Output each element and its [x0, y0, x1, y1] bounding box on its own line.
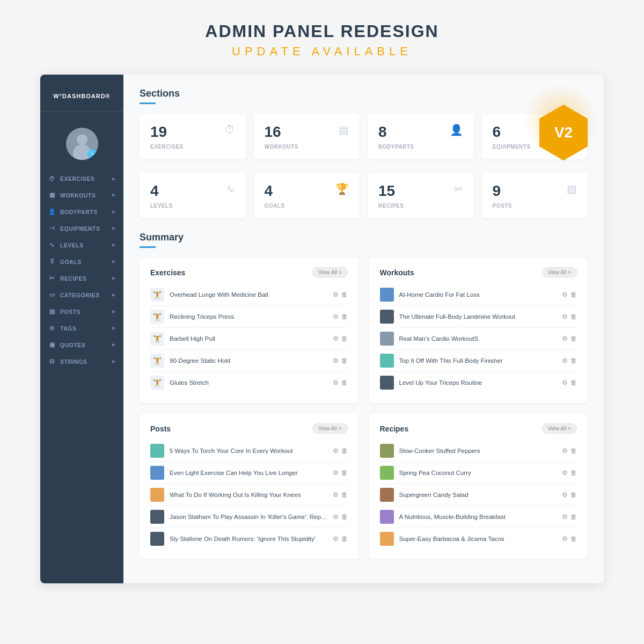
exercises-edit-icon-3[interactable]: ⚙ [333, 357, 339, 364]
recipes-item-actions-3: ⚙ 🗑 [562, 513, 577, 521]
workouts-delete-icon-4[interactable]: 🗑 [570, 379, 577, 386]
workouts-edit-icon-2[interactable]: ⚙ [562, 335, 568, 342]
sidebar-item-strings[interactable]: ⊟ STRINGS ▶ [40, 353, 123, 370]
posts-edit-icon-1[interactable]: ⚙ [333, 469, 339, 477]
exercises-thumb-0: 🏋 [150, 288, 164, 302]
workouts-delete-icon-1[interactable]: 🗑 [570, 313, 577, 320]
workouts-edit-icon-1[interactable]: ⚙ [562, 313, 568, 320]
workouts-edit-icon-0[interactable]: ⚙ [562, 291, 568, 298]
posts-view-all[interactable]: View All > [312, 423, 347, 434]
exercises-delete-icon-1[interactable]: 🗑 [341, 313, 348, 320]
recipes-edit-icon-3[interactable]: ⚙ [562, 513, 568, 521]
recipes-edit-icon-4[interactable]: ⚙ [562, 535, 568, 543]
recipes-delete-icon-1[interactable]: 🗑 [570, 469, 577, 477]
workouts-edit-icon-4[interactable]: ⚙ [562, 379, 568, 386]
exercises-view-all[interactable]: View All > [312, 267, 347, 277]
recipes-edit-icon-0[interactable]: ⚙ [562, 447, 568, 455]
recipes-delete-icon-0[interactable]: 🗑 [570, 447, 577, 455]
exercises-edit-icon-4[interactable]: ⚙ [333, 379, 339, 386]
recipes-delete-icon-3[interactable]: 🗑 [570, 513, 577, 521]
posts-thumb-0 [150, 444, 164, 458]
posts-edit-icon-2[interactable]: ⚙ [333, 491, 339, 499]
nav-label-tags: TAGS [60, 325, 76, 332]
exercises-delete-icon-4[interactable]: 🗑 [341, 379, 348, 386]
sidebar: W°DASHBOARD® + ⏱ EXERCISES ▶ ▦ WORKOUTS … [40, 75, 123, 583]
exercises-title: Exercises [150, 268, 185, 277]
workouts-thumb-2 [380, 332, 394, 346]
recipes-edit-icon-1[interactable]: ⚙ [562, 469, 568, 477]
recipes-item-1: Spring Pea Coconut Curry ⚙ 🗑 [380, 462, 577, 484]
sidebar-item-categories[interactable]: ▭ CATEGORIES ▶ [40, 287, 123, 303]
sidebar-item-levels[interactable]: ∿ LEVELS ▶ [40, 237, 123, 253]
workouts-item-2: Real Man's Cardio WorkoutS ⚙ 🗑 [380, 328, 577, 350]
posts-thumb-2 [150, 488, 164, 502]
posts-edit-icon-4[interactable]: ⚙ [333, 535, 339, 543]
exercises-delete-icon-0[interactable]: 🗑 [341, 291, 348, 298]
workouts-item-name-0: At-Home Cardio For Fat Loss [399, 291, 480, 298]
nav-label-posts: POSTS [60, 309, 80, 315]
sidebar-item-posts[interactable]: ▤ POSTS ▶ [40, 303, 123, 320]
exercises-edit-icon-1[interactable]: ⚙ [333, 313, 339, 320]
sidebar-item-quotes[interactable]: ▣ QUOTES ▶ [40, 336, 123, 353]
workouts-delete-icon-0[interactable]: 🗑 [570, 291, 577, 298]
summary-row-1: Exercises View All > 🏋 Overhead Lunge Wi… [140, 258, 588, 414]
nav-arrow-levels: ▶ [112, 243, 116, 247]
recipes-item-name-0: Slow-Cooker Stuffed Peppers [399, 448, 480, 454]
recipes-delete-icon-4[interactable]: 🗑 [570, 535, 577, 543]
posts-delete-icon-1[interactable]: 🗑 [341, 469, 348, 477]
nav-icon-goals: ⊽ [48, 258, 56, 265]
stats-row-2: 4 ∿ LEVELS 4 🏆 GOALS 15 ✂ RECIPES 9 ▤ PO… [140, 173, 588, 218]
exercises-item-1: 🏋 Reclining Triceps Press ⚙ 🗑 [150, 306, 348, 328]
workouts-item-actions-1: ⚙ 🗑 [562, 313, 577, 320]
nav-icon-categories: ▭ [48, 291, 56, 298]
sidebar-item-equipments[interactable]: ⊣ EQUIPMENTS ▶ [40, 220, 123, 237]
stat-number-workouts: 16 [265, 123, 281, 141]
exercises-delete-icon-3[interactable]: 🗑 [341, 357, 348, 364]
stats-row-1: 19 ⏱ EXERCISES 16 ▤ WORKOUTS 8 👤 BODYPAR… [140, 114, 588, 159]
workouts-edit-icon-3[interactable]: ⚙ [562, 357, 568, 364]
sidebar-item-bodyparts[interactable]: 👤 BODYPARTS ▶ [40, 203, 123, 220]
nav-arrow-tags: ▶ [112, 326, 116, 331]
workouts-delete-icon-3[interactable]: 🗑 [570, 357, 577, 364]
avatar-edit-icon[interactable]: + [87, 149, 97, 159]
exercises-item-actions-3: ⚙ 🗑 [333, 357, 348, 364]
posts-delete-icon-4[interactable]: 🗑 [341, 535, 348, 543]
posts-edit-icon-0[interactable]: ⚙ [333, 447, 339, 455]
exercises-header: Exercises View All > [150, 267, 348, 277]
posts-delete-icon-0[interactable]: 🗑 [341, 447, 348, 455]
posts-item-name-4: Sly Stallone On Death Rumors: 'Ignore Th… [170, 536, 316, 542]
sidebar-item-recipes[interactable]: ✂ RECIPES ▶ [40, 270, 123, 287]
exercises-thumb-4: 🏋 [150, 376, 164, 390]
recipes-item-actions-2: ⚙ 🗑 [562, 491, 577, 499]
workouts-delete-icon-2[interactable]: 🗑 [570, 335, 577, 342]
recipes-view-all[interactable]: View All > [542, 423, 577, 434]
nav-label-recipes: RECIPES [60, 275, 87, 282]
stat-label-recipes: RECIPES [378, 203, 463, 209]
nav-arrow-quotes: ▶ [112, 342, 116, 347]
recipes-delete-icon-2[interactable]: 🗑 [570, 491, 577, 499]
posts-item-0: 5 Ways To Torch Your Core In Every Worko… [150, 440, 348, 462]
stat-number-posts: 9 [493, 182, 501, 200]
sidebar-item-exercises[interactable]: ⏱ EXERCISES ▶ [40, 171, 123, 187]
posts-delete-icon-2[interactable]: 🗑 [341, 491, 348, 499]
sidebar-item-goals[interactable]: ⊽ GOALS ▶ [40, 253, 123, 270]
nav-label-workouts: WORKOUTS [60, 192, 96, 199]
workouts-view-all[interactable]: View All > [542, 267, 577, 277]
recipes-item-left-0: Slow-Cooker Stuffed Peppers [380, 444, 562, 458]
exercises-delete-icon-2[interactable]: 🗑 [341, 335, 348, 342]
posts-edit-icon-3[interactable]: ⚙ [333, 513, 339, 521]
posts-delete-icon-3[interactable]: 🗑 [341, 513, 348, 521]
exercises-item-actions-4: ⚙ 🗑 [333, 379, 348, 386]
posts-item-actions-3: ⚙ 🗑 [333, 513, 348, 521]
posts-thumb-1 [150, 466, 164, 480]
stat-top-posts: 9 ▤ [493, 182, 577, 200]
recipes-edit-icon-2[interactable]: ⚙ [562, 491, 568, 499]
stat-icon-exercises: ⏱ [224, 123, 235, 136]
exercises-edit-icon-0[interactable]: ⚙ [333, 291, 339, 298]
sidebar-item-tags[interactable]: ⊘ TAGS ▶ [40, 320, 123, 336]
sidebar-item-workouts[interactable]: ▦ WORKOUTS ▶ [40, 187, 123, 203]
posts-item-3: Jason Statham To Play Assassin In 'Kille… [150, 506, 348, 528]
nav-left-categories: ▭ CATEGORIES [48, 291, 100, 298]
exercises-edit-icon-2[interactable]: ⚙ [333, 335, 339, 342]
nav-icon-quotes: ▣ [48, 341, 56, 348]
